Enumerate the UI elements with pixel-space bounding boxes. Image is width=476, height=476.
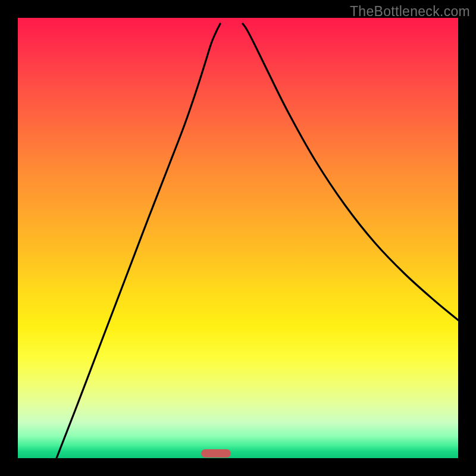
optimum-marker [201,449,231,458]
watermark-text: TheBottleneck.com [350,4,470,20]
chart-frame: TheBottleneck.com [0,0,476,476]
curve-layer [18,18,458,458]
plot-area [18,18,458,458]
right-curve [243,24,458,320]
left-curve [57,24,220,458]
